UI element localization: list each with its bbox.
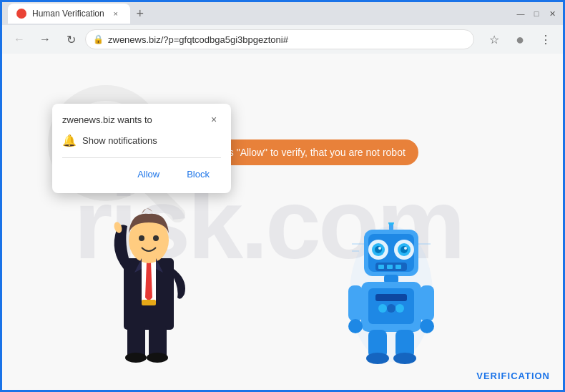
svg-point-37 [378, 304, 387, 313]
navigation-bar: ← → ↻ 🔒 zwenews.biz/?p=gfqtcodbga5gi3bpg… [2, 25, 563, 54]
profile-icon: ● [516, 31, 524, 48]
popup-buttons: Allow Block [62, 165, 221, 183]
popup-title: zwenews.biz wants to [62, 114, 152, 125]
close-button[interactable]: ✕ [547, 9, 557, 19]
svg-point-38 [387, 304, 396, 313]
menu-icon: ⋮ [540, 33, 551, 46]
svg-point-23 [375, 246, 382, 253]
forward-icon: → [39, 33, 51, 46]
svg-rect-42 [420, 285, 434, 321]
allow-button[interactable]: Allow [126, 165, 171, 183]
maximize-button[interactable]: □ [531, 9, 541, 19]
speech-bubble-text: Press "Allow" to verify, that you are no… [208, 147, 406, 158]
title-bar: Human Verification × + — □ ✕ [2, 2, 563, 25]
popup-divider [62, 157, 221, 158]
lock-icon: 🔒 [93, 34, 104, 44]
tab-close-button[interactable]: × [110, 8, 122, 19]
svg-rect-15 [142, 300, 156, 305]
tab-title: Human Verification [32, 9, 104, 19]
person-illustration [102, 187, 195, 366]
svg-rect-29 [387, 265, 393, 269]
popup-header: zwenews.biz wants to × [62, 112, 221, 127]
svg-rect-36 [375, 294, 407, 301]
back-button[interactable]: ← [8, 28, 31, 51]
robot-illustration [348, 222, 434, 366]
svg-point-43 [420, 319, 434, 333]
address-bar[interactable]: 🔒 zwenews.biz/?p=gfqtcodbga5gi3bpgeztoni… [85, 29, 474, 49]
tab-favicon [16, 9, 26, 19]
main-content: risk.com [2, 54, 563, 392]
popup-notification-row: 🔔 Show notifications [62, 134, 221, 147]
block-button[interactable]: Block [175, 165, 221, 183]
bell-icon: 🔔 [62, 134, 77, 147]
new-tab-button[interactable]: + [130, 4, 150, 24]
window-controls: — □ ✕ [516, 9, 557, 19]
svg-rect-40 [348, 285, 363, 321]
verification-label: VERIFICATION [476, 371, 550, 381]
menu-button[interactable]: ⋮ [534, 28, 557, 51]
reload-icon: ↻ [67, 33, 76, 46]
notification-popup: zwenews.biz wants to × 🔔 Show notificati… [52, 104, 231, 193]
svg-point-46 [366, 353, 389, 364]
reload-button[interactable]: ↻ [59, 28, 82, 51]
star-icon: ☆ [489, 33, 499, 46]
back-icon: ← [14, 33, 25, 46]
svg-point-41 [348, 319, 363, 333]
svg-point-26 [404, 247, 407, 250]
forward-button[interactable]: → [34, 28, 56, 51]
svg-point-11 [125, 353, 147, 363]
svg-point-6 [139, 235, 144, 241]
svg-rect-28 [378, 265, 384, 269]
svg-rect-30 [396, 265, 401, 269]
url-display: zwenews.biz/?p=gfqtcodbga5gi3bpgeztoni# [108, 34, 466, 45]
minimize-button[interactable]: — [516, 9, 526, 19]
svg-point-39 [396, 304, 404, 313]
svg-point-24 [401, 246, 408, 253]
svg-point-7 [153, 235, 159, 241]
svg-point-25 [378, 247, 381, 250]
popup-close-button[interactable]: × [207, 112, 221, 127]
bookmark-button[interactable]: ☆ [483, 28, 506, 51]
toolbar-right: ☆ ● ⋮ [483, 28, 557, 51]
active-tab[interactable]: Human Verification × [8, 4, 130, 24]
popup-notification-label: Show notifications [82, 135, 157, 146]
svg-point-12 [147, 353, 168, 363]
tab-strip: Human Verification × + [8, 4, 516, 24]
svg-point-47 [393, 353, 416, 364]
profile-button[interactable]: ● [508, 28, 531, 51]
